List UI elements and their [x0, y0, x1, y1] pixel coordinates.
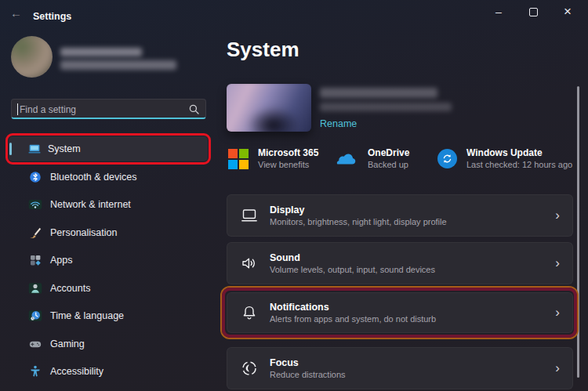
- windows-update-icon: [437, 149, 457, 168]
- user-name-redacted: [60, 48, 142, 56]
- row-notifications[interactable]: Notifications Alerts from apps and syste…: [227, 292, 573, 333]
- sidebar-item-label: Bluetooth & devices: [50, 172, 137, 183]
- back-button[interactable]: ←: [10, 6, 22, 20]
- row-title: Focus: [270, 357, 346, 369]
- settings-window: ← Settings – × System Bluetooth: [0, 0, 588, 391]
- status-subtitle: View benefits: [258, 159, 318, 170]
- chevron-right-icon: ›: [555, 255, 560, 271]
- sidebar-item-label: Time & language: [50, 310, 124, 321]
- microsoft-logo: [228, 149, 249, 169]
- row-display[interactable]: Display Monitors, brightness, night ligh…: [227, 194, 573, 237]
- device-model-redacted: [320, 103, 452, 111]
- status-card-microsoft-365[interactable]: Microsoft 365 View benefits: [228, 147, 318, 170]
- sidebar-item-gaming[interactable]: Gaming: [0, 330, 218, 358]
- sidebar-item-bluetooth[interactable]: Bluetooth & devices: [0, 163, 218, 191]
- status-title: OneDrive: [368, 147, 409, 159]
- search-input[interactable]: [18, 100, 178, 119]
- status-card-onedrive[interactable]: OneDrive Backed up: [335, 147, 409, 170]
- device-name-redacted: [320, 88, 437, 98]
- row-subtitle: Monitors, brightness, night light, displ…: [270, 216, 447, 227]
- wifi-icon: [28, 197, 42, 212]
- scrollbar[interactable]: [577, 86, 579, 378]
- sidebar-item-label: Network & internet: [50, 199, 131, 210]
- row-subtitle: Alerts from apps and system, do not dist…: [270, 313, 436, 324]
- chevron-right-icon: ›: [555, 208, 560, 223]
- sidebar-item-label: Accessibility: [50, 366, 103, 377]
- sidebar-item-apps[interactable]: Apps: [0, 247, 218, 275]
- accessibility-icon: [28, 364, 42, 378]
- sidebar-item-network[interactable]: Network & internet: [0, 191, 218, 219]
- row-title: Notifications: [270, 301, 436, 313]
- clock-icon: [28, 309, 42, 323]
- person-icon: [28, 281, 42, 295]
- status-title: Windows Update: [466, 147, 572, 159]
- sidebar-item-time-language[interactable]: Time & language: [0, 302, 218, 331]
- apps-grid-icon: [28, 253, 42, 267]
- device-thumbnail: [227, 84, 311, 132]
- sidebar-item-personalisation[interactable]: Personalisation: [0, 219, 218, 247]
- sidebar-item-label: Gaming: [50, 339, 85, 349]
- paintbrush-icon: [28, 226, 42, 240]
- focus-icon: [240, 359, 259, 378]
- sidebar-item-label: Accounts: [50, 283, 90, 294]
- speaker-icon: [240, 254, 259, 273]
- status-title: Microsoft 365: [258, 147, 318, 159]
- bell-icon: [240, 303, 259, 322]
- bluetooth-icon: [28, 170, 42, 184]
- row-title: Display: [270, 204, 447, 216]
- wallpaper-silhouette: [244, 105, 303, 132]
- user-email-redacted: [60, 60, 176, 70]
- sidebar-item-system[interactable]: System: [9, 136, 208, 161]
- search-icon: [189, 104, 199, 114]
- avatar-photo-blurred: [11, 36, 53, 78]
- user-avatar[interactable]: [11, 36, 53, 78]
- text-caret: [17, 103, 18, 115]
- monitor-icon: [240, 206, 259, 225]
- maximize-icon: [529, 8, 538, 16]
- row-subtitle: Volume levels, output, input, sound devi…: [270, 264, 435, 275]
- row-focus[interactable]: Focus Reduce distractions ›: [227, 347, 573, 389]
- onedrive-cloud-icon: [335, 150, 358, 168]
- maximize-button[interactable]: [517, 0, 549, 24]
- status-subtitle: Backed up: [368, 159, 409, 170]
- search-box[interactable]: [11, 99, 206, 119]
- row-subtitle: Reduce distractions: [270, 369, 346, 380]
- page-title: System: [227, 38, 299, 62]
- laptop-icon: [27, 142, 42, 156]
- sidebar-item-label: Apps: [50, 255, 73, 266]
- chevron-right-icon: ›: [555, 360, 560, 376]
- gamepad-icon: [28, 337, 42, 351]
- selection-accent-bar: [9, 143, 12, 155]
- minimize-button[interactable]: –: [483, 0, 514, 24]
- close-button[interactable]: ×: [552, 0, 583, 24]
- app-title: Settings: [33, 11, 71, 22]
- status-subtitle: Last checked: 12 hours ago: [466, 159, 572, 170]
- rename-link[interactable]: Rename: [320, 118, 357, 129]
- chevron-right-icon: ›: [555, 305, 560, 320]
- row-sound[interactable]: Sound Volume levels, output, input, soun…: [227, 242, 573, 284]
- row-title: Sound: [270, 252, 435, 264]
- sidebar-nav: Bluetooth & devices Network & internet P…: [0, 163, 218, 386]
- sidebar-item-accessibility[interactable]: Accessibility: [0, 358, 218, 386]
- sidebar-item-label: Personalisation: [50, 227, 117, 238]
- sidebar-item-label: System: [48, 143, 81, 154]
- sidebar-item-accounts[interactable]: Accounts: [0, 274, 218, 302]
- status-card-windows-update[interactable]: Windows Update Last checked: 12 hours ag…: [437, 147, 572, 170]
